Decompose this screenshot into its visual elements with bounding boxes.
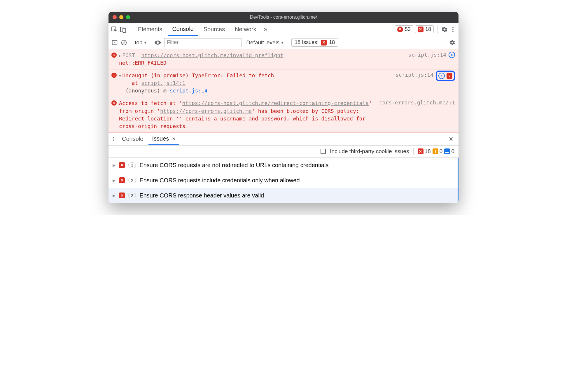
context-selector[interactable]: top ▼ xyxy=(133,39,148,46)
stack-frame: (anonymous) @ script.js:14 xyxy=(119,87,393,94)
cors-text-pre: Access to fetch at ' xyxy=(119,100,182,106)
issues-count: 18 xyxy=(329,39,335,46)
console-error-row[interactable]: ✕ ▼Uncaught (in promise) TypeError: Fail… xyxy=(108,69,459,97)
message-body: Access to fetch at 'https://cors-host.gl… xyxy=(119,99,377,130)
tab-network[interactable]: Network xyxy=(231,23,260,36)
cors-url[interactable]: https://cors-host.glitch.me/redirect-con… xyxy=(182,100,369,106)
expand-icon[interactable]: ▶ xyxy=(119,53,121,58)
svg-point-12 xyxy=(113,140,114,141)
console-messages: ✕ ▶POST https://cors-host.glitch.me/inva… xyxy=(108,49,459,133)
third-party-checkbox[interactable] xyxy=(321,149,326,154)
http-method: POST xyxy=(122,52,135,58)
tabs-overflow-icon[interactable]: » xyxy=(262,26,269,33)
issue-icon: ✕ xyxy=(418,148,424,154)
message-source: cors-errors.glitch.me/:1 xyxy=(379,99,455,130)
error-circle-icon: ✕ xyxy=(397,27,403,32)
svg-point-10 xyxy=(113,137,114,138)
console-settings-gear-icon[interactable] xyxy=(449,39,456,46)
console-toolbar: top ▼ Default levels ▼ 18 Issues: ✕ 18 xyxy=(108,36,459,49)
live-expression-icon[interactable] xyxy=(154,39,161,46)
stack-at-prefix: at xyxy=(132,80,141,86)
context-label: top xyxy=(135,39,142,46)
info-count[interactable]: ▬0 xyxy=(444,148,454,155)
issue-count-pill: 2 xyxy=(128,178,136,183)
message-source: script.js:14 ⇅ xyxy=(408,52,455,67)
warning-icon: ! xyxy=(433,148,438,154)
cors-origin[interactable]: https://cors-errors.glitch.me xyxy=(160,108,252,114)
stack-sep: @ xyxy=(163,88,167,94)
annotation-highlight: ⇅ ✕ xyxy=(436,71,455,81)
network-icon[interactable]: ⇅ xyxy=(449,52,455,58)
issue-icon: ✕ xyxy=(418,27,424,32)
issues-list: ▶ ✕ 1 Ensure CORS requests are not redir… xyxy=(108,158,459,203)
issue-title: Ensure CORS requests are not redirected … xyxy=(139,162,328,169)
drawer-tab-issues-label: Issues xyxy=(152,135,169,142)
divider xyxy=(437,25,438,34)
divider xyxy=(130,25,130,34)
expand-icon[interactable]: ▶ xyxy=(113,178,116,183)
console-error-row[interactable]: ✕ ▶POST https://cors-host.glitch.me/inva… xyxy=(108,49,459,69)
inspect-element-icon[interactable] xyxy=(111,26,118,33)
issue-row[interactable]: ▶ ✕ 3 Ensure CORS response header values… xyxy=(108,188,459,203)
svg-point-3 xyxy=(452,27,454,28)
message-source: script.js:14 ⇅ ✕ xyxy=(396,72,455,94)
console-error-row[interactable]: ✕ Access to fetch at 'https://cors-host.… xyxy=(108,97,459,132)
titlebar: DevTools - cors-errors.glitch.me/ xyxy=(108,12,459,23)
log-levels-selector[interactable]: Default levels ▼ xyxy=(244,39,286,46)
request-url[interactable]: https://cors-host.glitch.me/invalid-pref… xyxy=(141,52,284,58)
issue-icon[interactable]: ✕ xyxy=(447,73,452,79)
zoom-window-button[interactable] xyxy=(126,15,130,19)
levels-label: Default levels xyxy=(246,39,279,46)
close-tab-icon[interactable]: × xyxy=(172,135,176,142)
settings-gear-icon[interactable] xyxy=(441,26,448,33)
tab-elements[interactable]: Elements xyxy=(134,23,166,36)
issue-icon: ✕ xyxy=(119,177,125,183)
close-drawer-icon[interactable]: × xyxy=(446,134,456,144)
issues-summary-badge[interactable]: 18 Issues: ✕ 18 xyxy=(291,38,338,47)
svg-rect-2 xyxy=(123,28,126,32)
expand-icon[interactable]: ▶ xyxy=(113,193,116,198)
issues-filter-bar: Include third-party cookie issues ✕18 !0… xyxy=(108,146,459,158)
drawer-menu-icon[interactable] xyxy=(111,136,117,142)
issues-label: 18 Issues: xyxy=(295,39,318,46)
stack-source-link[interactable]: script.js:14 xyxy=(170,88,208,94)
error-status: net::ERR_FAILED xyxy=(119,60,167,66)
svg-line-8 xyxy=(122,41,126,44)
chevron-down-icon: ▼ xyxy=(281,41,284,44)
svg-point-4 xyxy=(452,29,454,30)
console-sidebar-toggle-icon[interactable] xyxy=(111,39,118,46)
error-icon: ✕ xyxy=(111,100,117,106)
more-menu-icon[interactable] xyxy=(450,26,456,33)
network-icon[interactable]: ⇅ xyxy=(438,73,445,79)
drawer-tab-issues[interactable]: Issues × xyxy=(148,133,179,145)
issue-count-badge[interactable]: ✕ 18 xyxy=(415,25,434,33)
errors-count[interactable]: ✕18 xyxy=(418,148,431,155)
stack-func: (anonymous) xyxy=(125,88,160,94)
error-count-badge[interactable]: ✕ 53 xyxy=(395,25,413,33)
source-link[interactable]: script.js:14 xyxy=(396,72,433,78)
issue-row[interactable]: ▶ ✕ 1 Ensure CORS requests are not redir… xyxy=(108,158,459,173)
source-link[interactable]: script.js:14 xyxy=(408,52,446,58)
tab-sources[interactable]: Sources xyxy=(200,23,229,36)
issue-row[interactable]: ▶ ✕ 2 Ensure CORS requests include crede… xyxy=(108,173,459,188)
issue-icon: ✕ xyxy=(119,162,125,168)
close-window-button[interactable] xyxy=(113,15,117,19)
warnings-count[interactable]: !0 xyxy=(433,148,443,155)
svg-point-11 xyxy=(113,139,114,139)
minimize-window-button[interactable] xyxy=(119,15,123,19)
devtools-window: DevTools - cors-errors.glitch.me/ Elemen… xyxy=(108,12,459,203)
filter-input[interactable] xyxy=(164,38,242,47)
message-body: ▶POST https://cors-host.glitch.me/invali… xyxy=(119,52,406,67)
tab-console[interactable]: Console xyxy=(168,23,197,36)
expand-icon[interactable]: ▶ xyxy=(113,163,116,167)
issue-title: Ensure CORS response header values are v… xyxy=(139,192,264,199)
svg-point-9 xyxy=(157,42,158,43)
collapse-icon[interactable]: ▼ xyxy=(119,74,121,78)
source-link[interactable]: cors-errors.glitch.me/:1 xyxy=(379,99,455,106)
drawer-tab-console[interactable]: Console xyxy=(118,133,147,145)
stack-link[interactable]: script.js:14:1 xyxy=(141,80,186,86)
device-toolbar-icon[interactable] xyxy=(120,26,127,33)
third-party-label: Include third-party cookie issues xyxy=(330,148,409,155)
chevron-down-icon: ▼ xyxy=(144,41,147,44)
clear-console-icon[interactable] xyxy=(121,39,127,46)
